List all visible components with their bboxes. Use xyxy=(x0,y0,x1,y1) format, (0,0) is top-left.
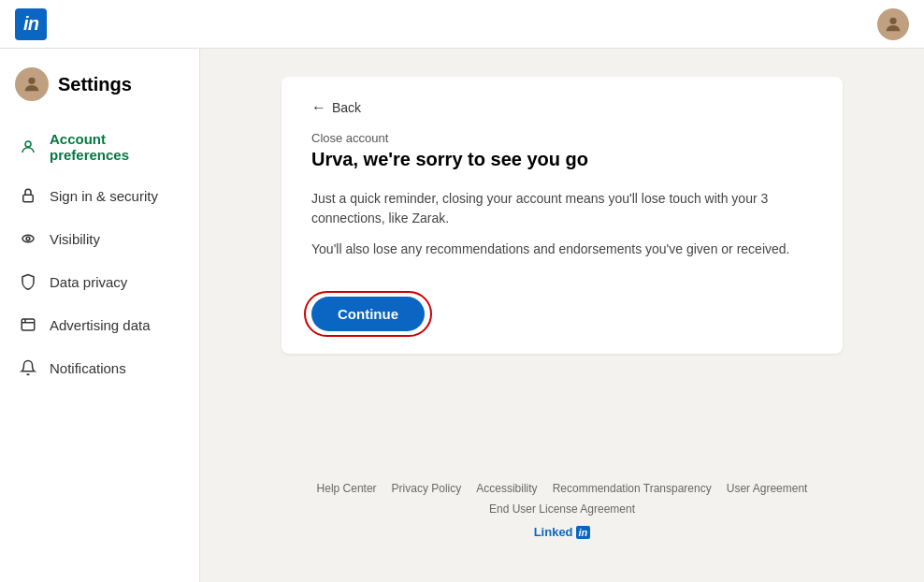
main-content: ← Back Close account Urva, we're sorry t… xyxy=(200,49,924,582)
sidebar-item-visibility[interactable]: Visibility xyxy=(0,217,199,260)
sidebar-label-sign-in-security: Sign in & security xyxy=(50,188,158,204)
card-title: Urva, we're sorry to see you go xyxy=(311,149,813,170)
sidebar-item-advertising-data[interactable]: Advertising data xyxy=(0,303,199,346)
sidebar-nav: Account preferences Sign in & security V… xyxy=(0,120,199,389)
footer-eula: End User License Agreement xyxy=(238,502,887,516)
back-arrow-icon: ← xyxy=(311,99,326,116)
sidebar-label-advertising-data: Advertising data xyxy=(50,317,151,333)
footer-brand-box: in xyxy=(576,526,591,539)
footer-links: Help Center Privacy Policy Accessibility… xyxy=(238,482,887,495)
footer-brand-text: Linked xyxy=(534,525,573,539)
sidebar: Settings Account preferences Sign in & s… xyxy=(0,49,200,582)
data-privacy-icon xyxy=(18,271,38,292)
back-label: Back xyxy=(332,100,361,115)
sidebar-label-notifications: Notifications xyxy=(50,360,126,376)
svg-point-1 xyxy=(28,78,35,84)
svg-point-5 xyxy=(26,237,30,240)
footer-link-recommendation[interactable]: Recommendation Transparency xyxy=(553,482,712,495)
back-link[interactable]: ← Back xyxy=(311,99,813,116)
sidebar-item-sign-in-security[interactable]: Sign in & security xyxy=(0,174,199,217)
advertising-data-icon xyxy=(18,314,38,335)
sidebar-item-notifications[interactable]: Notifications xyxy=(0,346,199,389)
sidebar-item-data-privacy[interactable]: Data privacy xyxy=(0,260,199,303)
footer-link-privacy-policy[interactable]: Privacy Policy xyxy=(392,482,462,495)
continue-button[interactable]: Continue xyxy=(311,297,425,331)
svg-rect-3 xyxy=(23,195,34,202)
top-nav: in xyxy=(0,0,924,49)
sidebar-label-visibility: Visibility xyxy=(50,231,100,247)
settings-header: Settings xyxy=(0,67,199,120)
page-layout: Settings Account preferences Sign in & s… xyxy=(0,49,924,582)
close-account-card: ← Back Close account Urva, we're sorry t… xyxy=(282,77,843,354)
card-section-label: Close account xyxy=(311,131,813,145)
linkedin-logo-icon[interactable]: in xyxy=(15,8,47,40)
svg-point-2 xyxy=(25,141,31,147)
footer-link-user-agreement[interactable]: User Agreement xyxy=(727,482,808,495)
settings-title: Settings xyxy=(58,74,132,95)
svg-point-0 xyxy=(889,17,896,23)
footer-link-help-center[interactable]: Help Center xyxy=(317,482,377,495)
footer-linkedin-logo: Linkedin xyxy=(238,525,887,539)
nav-avatar[interactable] xyxy=(877,8,909,40)
notifications-icon xyxy=(18,357,38,378)
sidebar-label-account-preferences: Account preferences xyxy=(50,131,184,163)
svg-rect-6 xyxy=(22,319,35,330)
visibility-icon xyxy=(18,228,38,249)
settings-avatar-icon xyxy=(15,67,49,101)
footer-link-accessibility[interactable]: Accessibility xyxy=(476,482,537,495)
card-description-2: You'll also lose any recommendations and… xyxy=(311,240,813,259)
card-description-1: Just a quick reminder, closing your acco… xyxy=(311,189,813,228)
sign-in-security-icon xyxy=(18,185,38,206)
account-preferences-icon xyxy=(18,137,38,157)
page-footer: Help Center Privacy Policy Accessibility… xyxy=(238,454,887,554)
continue-button-wrapper: Continue xyxy=(311,297,425,331)
sidebar-label-data-privacy: Data privacy xyxy=(50,274,127,290)
sidebar-item-account-preferences[interactable]: Account preferences xyxy=(0,120,199,174)
